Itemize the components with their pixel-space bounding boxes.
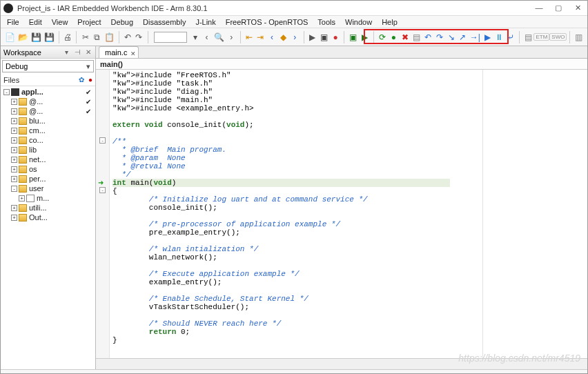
minimize-button[interactable]: — — [532, 3, 546, 12]
tree-row[interactable]: +net... — [1, 155, 95, 164]
menu-freertos-openrtos[interactable]: FreeRTOS - OpenRTOS — [221, 17, 313, 28]
expander-icon[interactable]: + — [19, 195, 25, 201]
run-cursor-icon[interactable]: ▶ — [483, 32, 492, 43]
expander-icon[interactable]: + — [11, 147, 17, 153]
search-dropdown-icon[interactable]: ▾ — [191, 32, 200, 43]
expander-icon[interactable]: + — [11, 176, 17, 182]
new-file-icon[interactable]: 📄 — [5, 32, 15, 43]
expander-icon[interactable]: + — [11, 128, 17, 134]
close-button[interactable]: ✕ — [571, 3, 585, 12]
maximize-button[interactable]: ▢ — [551, 3, 565, 12]
build-icon[interactable]: ▣ — [320, 32, 329, 43]
more-icon[interactable]: ⤶ — [506, 32, 515, 43]
toggle-bp-icon[interactable]: ● — [331, 32, 340, 43]
bookmark-up-icon[interactable]: ‹ — [268, 32, 277, 43]
restart-icon[interactable]: ⟳ — [378, 32, 386, 43]
tree-row[interactable]: +m... — [1, 193, 95, 203]
stop-icon[interactable]: ✖ — [401, 32, 410, 43]
menu-help[interactable]: Help — [377, 17, 402, 28]
menu-view[interactable]: View — [47, 17, 73, 28]
nav-fwd-icon[interactable]: › — [227, 32, 236, 43]
expander-icon[interactable]: + — [11, 108, 17, 115]
tree-row[interactable]: -user — [1, 184, 95, 193]
copy-icon[interactable]: ⧉ — [92, 32, 101, 43]
tree-row[interactable]: +utili... — [1, 203, 95, 213]
breakpoint-icon[interactable]: ◆ — [279, 32, 288, 43]
expander-icon[interactable]: + — [11, 205, 17, 211]
go-icon[interactable]: ● — [389, 32, 398, 43]
folder-icon — [19, 117, 27, 125]
tree-row[interactable]: +blu... — [1, 116, 95, 126]
ws-dropdown-icon[interactable]: ▾ — [62, 48, 70, 56]
bookmark-down-icon[interactable]: › — [291, 32, 300, 43]
search-input[interactable] — [154, 32, 187, 43]
tree-row[interactable]: +cm... — [1, 126, 95, 135]
tree-row[interactable]: +@...✔ — [1, 97, 95, 106]
next-stmt-icon[interactable]: →| — [470, 32, 480, 43]
reset-icon[interactable]: ↶ — [424, 32, 433, 43]
print-icon[interactable]: 🖨 — [63, 32, 72, 43]
project-tree[interactable]: -appl...✔+@...✔+@...✔+blu...+cm...+co...… — [1, 86, 95, 369]
fold-icon[interactable]: - — [99, 187, 106, 193]
expander-icon[interactable]: - — [11, 186, 17, 192]
tree-row[interactable]: +Out... — [1, 213, 95, 222]
menu-window[interactable]: Window — [340, 17, 377, 28]
expander-icon[interactable]: + — [11, 215, 17, 221]
expander-icon[interactable]: + — [11, 137, 17, 144]
code-editor[interactable]: "kw">#include "FreeRTOS.h" "kw">#include… — [110, 70, 587, 358]
cut-icon[interactable]: ✂ — [81, 32, 90, 43]
save-all-icon[interactable]: 💾 — [44, 32, 55, 43]
menu-disassembly[interactable]: Disassembly — [138, 17, 190, 28]
tree-row[interactable]: +os — [1, 164, 95, 174]
tree-row[interactable]: +co... — [1, 135, 95, 145]
trace-icon[interactable]: ▤ — [524, 32, 533, 43]
expander-icon[interactable]: + — [11, 118, 17, 124]
tree-row[interactable]: +@...✔ — [1, 106, 95, 116]
options-column-icon[interactable]: ✿ — [79, 76, 84, 83]
fold-icon[interactable]: - — [99, 137, 106, 144]
open-icon[interactable]: 📂 — [18, 32, 28, 43]
step-out-icon[interactable]: ↗ — [458, 32, 467, 43]
menu-file[interactable]: File — [2, 17, 24, 28]
expander-icon[interactable]: - — [3, 89, 10, 95]
step-over-icon[interactable]: ↷ — [435, 32, 444, 43]
swo-chip[interactable]: SWO — [549, 33, 567, 41]
tab-close-icon[interactable]: ✕ — [130, 48, 136, 60]
save-icon[interactable]: 💾 — [31, 32, 41, 43]
ws-pin-icon[interactable]: ⊣ — [73, 48, 81, 56]
nav-back-icon[interactable]: ‹ — [202, 32, 211, 43]
menu-project[interactable]: Project — [72, 17, 106, 28]
etm-chip[interactable]: ETM — [533, 33, 549, 41]
h-scrollbar[interactable] — [96, 358, 587, 369]
ws-close-icon[interactable]: ✕ — [84, 48, 92, 56]
pause-icon[interactable]: ⏸ — [495, 32, 504, 43]
paste-icon[interactable]: 📋 — [104, 32, 115, 43]
config-combo[interactable]: Debug — [2, 60, 94, 72]
tab-main-c[interactable]: main.c ✕ — [99, 46, 139, 58]
step-into-icon[interactable]: ↘ — [447, 32, 455, 43]
expander-icon[interactable]: + — [11, 166, 17, 173]
undo-icon[interactable]: ↶ — [123, 32, 132, 43]
changed-column-icon[interactable]: ● — [88, 76, 92, 83]
expander-icon[interactable]: + — [11, 157, 17, 163]
menu-debug[interactable]: Debug — [106, 17, 138, 28]
tree-row[interactable]: +per... — [1, 174, 95, 184]
tree-row[interactable]: -appl...✔ — [1, 87, 95, 97]
bookmark-next-icon[interactable]: ⇥ — [256, 32, 265, 43]
breadcrumb[interactable]: main() — [96, 59, 587, 70]
gutter[interactable]: -➜- — [96, 70, 110, 358]
find-icon[interactable]: 🔍 — [214, 32, 224, 43]
compile-icon[interactable]: ▶ — [308, 32, 317, 43]
extra-icon[interactable]: ▥ — [574, 32, 583, 43]
bookmark-prev-icon[interactable]: ⇤ — [244, 32, 253, 43]
snapshot-icon[interactable]: ▤ — [412, 32, 421, 43]
expander-icon[interactable]: + — [11, 99, 17, 105]
menu-j-link[interactable]: J-Link — [190, 17, 220, 28]
download-icon[interactable]: ▣ — [349, 32, 357, 43]
redo-icon[interactable]: ↷ — [135, 32, 144, 43]
menu-tools[interactable]: Tools — [313, 17, 340, 28]
menu-edit[interactable]: Edit — [24, 17, 47, 28]
tree-row[interactable]: +lib — [1, 145, 95, 155]
debug-icon[interactable]: ▶ — [360, 32, 369, 43]
tree-label: blu... — [29, 117, 46, 125]
